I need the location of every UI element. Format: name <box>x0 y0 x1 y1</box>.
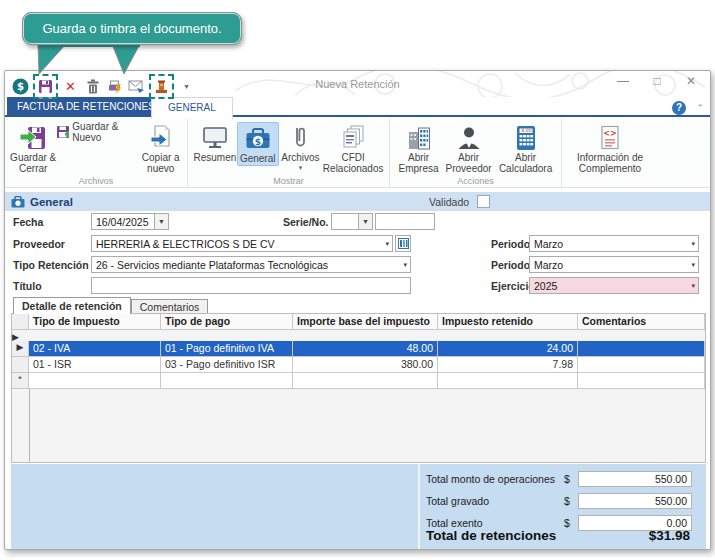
grid-corner-cell <box>12 314 29 330</box>
briefcase-icon: $ <box>245 124 271 154</box>
save-highlight-box <box>33 74 58 99</box>
stamp-document-icon[interactable] <box>152 77 171 96</box>
serie-label: Serie/No. <box>283 216 329 228</box>
group-label-mostrar: Mostrar <box>188 176 389 186</box>
nueva-retencion-window: Nueva Retención — □ ✕ $ ✕ <box>4 70 711 550</box>
maximize-button[interactable]: □ <box>648 74 666 88</box>
monitor-icon <box>202 123 228 153</box>
cancel-icon[interactable]: ✕ <box>61 77 80 96</box>
fecha-combobox[interactable]: 16/04/2025 ▼ <box>91 213 169 230</box>
proveedor-dropdown-icon[interactable]: ▾ <box>382 240 392 248</box>
proveedor-browse-button[interactable] <box>395 235 411 252</box>
general-section-bar: General Validado <box>5 192 710 211</box>
periodo-final-dropdown-icon[interactable]: ▾ <box>688 261 698 269</box>
ribbon-group-archivos: Guardar & Cerrar Guardar & Nuevo Copiar … <box>5 119 188 187</box>
resumen-button[interactable]: Resumen <box>193 122 237 164</box>
print-timbrar-icon[interactable] <box>105 77 124 96</box>
svg-text:$: $ <box>17 81 24 92</box>
tooltip-text: Guarda o timbra el documento. <box>42 21 221 36</box>
guardar-cerrar-button[interactable]: Guardar & Cerrar <box>10 122 56 175</box>
column-header-importe-base[interactable]: Importe base del impuesto <box>293 314 438 330</box>
serie-combobox[interactable]: ▼ <box>331 213 373 230</box>
ejercicio-dropdown-icon[interactable]: ▾ <box>688 282 698 290</box>
column-header-impuesto-retenido[interactable]: Impuesto retenido <box>438 314 578 330</box>
totals-separator <box>418 464 420 549</box>
app-logo-icon[interactable]: $ <box>11 77 30 96</box>
currency-symbol: $ <box>564 473 578 485</box>
numero-input[interactable] <box>375 213 435 230</box>
save-close-icon <box>19 123 47 153</box>
section-title: General <box>30 196 73 208</box>
total-monto-label: Total monto de operaciones <box>426 473 564 485</box>
collapse-ribbon-icon[interactable]: ⌃ <box>696 103 704 113</box>
ribbon-tab-bar: FACTURA DE RETENCIONES GENERAL ? ⌃ <box>5 97 710 117</box>
tooltip-callout: Guarda o timbra el documento. <box>22 12 242 45</box>
ejercicio-combobox[interactable]: 2025 ▾ <box>529 277 699 294</box>
titulo-label: Título <box>13 280 42 292</box>
column-header-comentarios[interactable]: Comentarios <box>578 314 705 330</box>
ribbon-group-mostrar: Resumen $ General Archivos ▾ <box>188 119 390 187</box>
delete-trash-icon[interactable] <box>83 77 102 96</box>
informacion-complemento-button[interactable]: <> Información de Complemento <box>567 122 653 175</box>
abrir-proveedor-button[interactable]: Abrir Proveedor <box>442 122 495 175</box>
stacked-documents-icon <box>340 123 366 153</box>
person-icon <box>456 123 482 153</box>
validado-label: Validado <box>429 196 469 208</box>
column-header-tipo-impuesto[interactable]: Tipo de Impuesto <box>29 314 161 330</box>
periodo-inicial-dropdown-icon[interactable]: ▾ <box>688 240 698 248</box>
guardar-nuevo-button[interactable]: Guardar & Nuevo <box>56 122 139 142</box>
validado-checkbox[interactable] <box>477 195 490 208</box>
detail-tab-bar: Detalle de retención Comentarios <box>13 297 208 314</box>
paperclip-icon <box>287 123 313 153</box>
tab-detalle-de-retencion[interactable]: Detalle de retención <box>13 297 131 314</box>
archivos-dropdown-icon: ▾ <box>299 164 303 171</box>
send-email-icon[interactable] <box>127 77 146 96</box>
column-header-tipo-pago[interactable]: Tipo de pago <box>161 314 293 330</box>
tipo-retencion-combobox[interactable]: 26 - Servicios mediante Plataformas Tecn… <box>91 256 411 273</box>
calculator-icon: 8,00 <box>514 123 538 153</box>
group-label-archivos: Archivos <box>5 176 187 186</box>
fecha-dropdown-icon[interactable]: ▼ <box>155 218 168 225</box>
svg-text:$: $ <box>255 137 261 147</box>
periodo-inicial-combobox[interactable]: Marzo ▾ <box>529 235 699 252</box>
copiar-nuevo-button[interactable]: Copiar a nuevo <box>139 122 182 175</box>
periodo-final-combobox[interactable]: Marzo ▾ <box>529 256 699 273</box>
tipo-retencion-label: Tipo Retención <box>13 259 89 271</box>
save-new-icon <box>56 125 69 140</box>
titulo-input[interactable] <box>91 277 411 294</box>
stamp-highlight-box <box>149 74 174 99</box>
abrir-empresa-button[interactable]: Abrir Empresa <box>395 122 442 175</box>
total-monto-value[interactable]: 550.00 <box>578 471 692 487</box>
general-button[interactable]: $ General <box>237 122 279 166</box>
currency-symbol: $ <box>564 495 578 507</box>
total-retenciones-label: Total de retenciones <box>426 528 556 543</box>
tipo-retencion-dropdown-icon[interactable]: ▾ <box>400 261 410 269</box>
new-row-marker[interactable]: * <box>12 373 29 389</box>
row-selector[interactable] <box>12 357 29 373</box>
save-icon[interactable] <box>36 77 55 96</box>
retencion-grid: Tipo de Impuesto Tipo de pago Importe ba… <box>11 313 706 463</box>
close-button[interactable]: ✕ <box>682 74 700 88</box>
svg-text:8,00: 8,00 <box>521 128 531 133</box>
help-icon[interactable]: ? <box>672 101 686 115</box>
tab-comentarios[interactable]: Comentarios <box>131 299 209 314</box>
qat-overflow-icon[interactable]: ▾ <box>177 77 196 96</box>
cfdi-relacionados-button[interactable]: CFDI Relacionados <box>322 122 384 175</box>
group-label-acciones: Acciones <box>390 176 561 186</box>
row-selector[interactable]: ▶ <box>12 341 29 357</box>
building-icon <box>406 123 432 153</box>
browse-grid-icon <box>398 238 409 249</box>
serie-dropdown-icon[interactable]: ▼ <box>359 218 372 225</box>
total-gravado-label: Total gravado <box>426 495 564 507</box>
archivos-button[interactable]: Archivos ▾ <box>279 122 323 171</box>
tab-factura-de-retenciones[interactable]: FACTURA DE RETENCIONES <box>7 97 165 117</box>
proveedor-combobox[interactable]: HERRERIA & ELECTRICOS S DE CV ▾ <box>91 235 393 252</box>
tooltip-tail-arrows <box>20 44 180 76</box>
total-gravado-value[interactable]: 550.00 <box>578 493 692 509</box>
quick-access-toolbar: $ ✕ <box>11 74 196 99</box>
abrir-calculadora-button[interactable]: 8,00 Abrir Calculadora <box>495 122 556 175</box>
section-briefcase-icon <box>11 196 25 208</box>
tab-general[interactable]: GENERAL <box>151 97 233 119</box>
ribbon-group-complemento: <> Información de Complemento <box>562 119 658 187</box>
minimize-button[interactable]: — <box>614 74 632 88</box>
